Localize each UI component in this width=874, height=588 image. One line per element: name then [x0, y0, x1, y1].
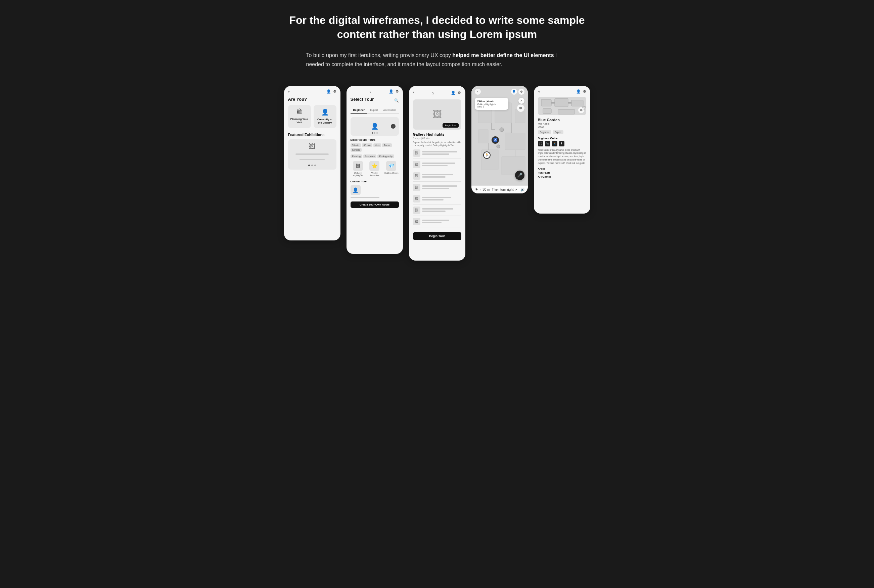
tag-photography[interactable]: Photography	[378, 154, 394, 158]
artwork-thumb-4: 🖼	[413, 184, 420, 191]
artwork-list-item-7[interactable]: 🖼	[413, 218, 461, 227]
info-guide-icon[interactable]: ℹ	[559, 141, 564, 146]
tag-kids[interactable]: Kids	[373, 143, 381, 147]
artwork-thumb-6: 🖼	[413, 207, 420, 214]
back-icon-p4[interactable]: ‹	[475, 88, 481, 95]
artwork-thumb-3: 🖼	[413, 172, 420, 180]
tag-painting[interactable]: Painting	[351, 154, 362, 158]
tour-item-visitor[interactable]: ⭐ Visitor Favorites	[367, 161, 382, 177]
currently-gallery-label: Currently at the Gallery	[316, 118, 334, 125]
artwork-info-4	[422, 184, 461, 190]
subtitle-bold: helped me better define the UI elements	[452, 52, 554, 58]
artwork-title: Blue Garden	[538, 118, 586, 122]
artist-link[interactable]: Artist	[538, 167, 586, 170]
phone1-cards: 🏛 Planning Your Visit 👤 Currently at the…	[288, 105, 336, 128]
artwork-list-item-4[interactable]: 🖼	[413, 184, 461, 193]
svg-rect-3	[478, 130, 488, 143]
ar-guide-icon[interactable]: 📱	[552, 141, 558, 146]
artwork-author: Mia Keselj	[538, 122, 586, 125]
tour-detail-title: Gallery Highlights	[413, 132, 461, 136]
zoom-button[interactable]: ⊕	[517, 104, 525, 112]
guide-label: Beginner Guide	[538, 136, 586, 140]
volume-icon[interactable]: 🔊	[520, 188, 525, 191]
begin-tour-hero-btn[interactable]: Begin Tour	[442, 123, 458, 128]
svg-rect-9	[541, 99, 551, 106]
tag-seniors[interactable]: Seniors	[351, 148, 362, 152]
home-icon: ⌂	[288, 89, 291, 94]
phone2-topbar: ⌂ 👤 ⚙	[351, 89, 399, 94]
phone1-topbar-icons: 👤 ⚙	[326, 89, 336, 94]
phone3-inner: ‹ ⌂ 👤 ⚙ 🖼 Begin Tour Gallery Highlights …	[409, 86, 465, 243]
person-icon-p2: 👤	[389, 89, 394, 94]
select-tour-toprow: Select Tour 🔍	[351, 97, 399, 104]
search-icon-p2[interactable]: 🔍	[394, 98, 399, 103]
phone4-top-icons: 👤 ⚙	[511, 88, 525, 95]
hero-artwork-icon: 🖼	[432, 109, 442, 120]
tour-tags-2: Painting Sculpture Photography	[351, 154, 399, 158]
custom-tour-section: 👤 Create Your Own Route	[351, 185, 399, 208]
microphone-button[interactable]: 🎤	[515, 171, 525, 180]
phone1-frame: ⌂ 👤 ⚙ Are You? 🏛 Planning Your Visit 👤 C…	[284, 86, 340, 240]
artwork-list-item-2[interactable]: 🖼	[413, 161, 461, 170]
create-route-button[interactable]: Create Your Own Route	[351, 201, 399, 208]
artwork-info-2	[422, 162, 461, 167]
settings-icon-p3: ⚙	[458, 91, 461, 95]
tag-teens[interactable]: Teens	[382, 143, 392, 147]
back-icon-p3[interactable]: ‹	[413, 89, 415, 95]
home-icon-p2: ⌂	[368, 89, 371, 94]
ar-games-link[interactable]: AR Games	[538, 175, 586, 178]
close-info-card-button[interactable]: ×	[519, 98, 525, 104]
favorite-heart-button[interactable]: ♡	[582, 105, 586, 111]
phone1-topbar: ⌂ 👤 ⚙	[288, 89, 336, 94]
dot-1	[308, 165, 310, 166]
fun-facts-link[interactable]: Fun Facts	[538, 171, 586, 174]
accessible-icon: ♿	[492, 136, 499, 144]
select-tour-title: Select Tour	[351, 97, 374, 102]
tour-tabs: Beginner Expert Accessible	[351, 107, 399, 114]
dot-3	[314, 165, 316, 166]
hidden-gems-icon: 💎	[386, 161, 396, 171]
tag-expert[interactable]: Expert	[553, 130, 564, 134]
custom-tour-icon: 👤	[351, 185, 361, 195]
person-icon-p4: 👤	[511, 88, 517, 95]
artwork-info-3	[422, 173, 461, 178]
artwork-list-item-3[interactable]: 🖼	[413, 172, 461, 182]
artwork-list-item-6[interactable]: 🖼	[413, 207, 461, 216]
tour-item-hidden[interactable]: 💎 Hidden Gems	[384, 161, 399, 177]
phones-row: ⌂ 👤 ⚙ Are You? 🏛 Planning Your Visit 👤 C…	[20, 86, 854, 261]
artwork-list-item[interactable]: 🖼	[413, 149, 461, 159]
home-icon-p3: ⌂	[432, 91, 434, 95]
tag-beginner[interactable]: Beginner	[538, 130, 551, 134]
tour-detail-desc: Explore the best of the gallery's art co…	[413, 141, 461, 147]
runner-marker: 🏃	[483, 152, 490, 159]
settings-icon-p5: ⚙	[583, 89, 586, 94]
runner-icon: 🏃	[483, 152, 490, 159]
svg-rect-12	[543, 108, 551, 114]
tour-item-gallery[interactable]: 🖼 Gallery Highlights	[351, 161, 366, 177]
video-guide-icon[interactable]: 📷	[545, 141, 550, 146]
featured-exhibitions-box: 🖼	[288, 140, 336, 170]
tag-60min[interactable]: 60 min	[362, 143, 372, 147]
tag-30min[interactable]: 30 min	[351, 143, 361, 147]
artwork-thumb-7: 🖼	[413, 218, 420, 225]
tab-accessible[interactable]: Accessible	[381, 107, 399, 114]
tag-sculpture[interactable]: Sculpture	[363, 154, 377, 158]
nav-direction: Then turn right ↗	[492, 188, 517, 191]
tab-expert[interactable]: Expert	[367, 107, 381, 114]
carousel-dots	[308, 165, 316, 166]
header-section: For the digital wireframes, I decided to…	[286, 14, 588, 69]
visitor-favorites-label: Visitor Favorites	[367, 172, 382, 177]
artwork-description: "Blue Garden" is a dynamic piece of art …	[538, 148, 586, 165]
artwork-year: 2022	[538, 125, 586, 128]
dot-2	[311, 165, 313, 166]
planning-visit-card[interactable]: 🏛 Planning Your Visit	[288, 105, 311, 128]
tour-preview-card: 👤 ›	[351, 117, 399, 136]
artwork-list-item-5[interactable]: 🖼	[413, 195, 461, 204]
phone5-topbar: ⌂ 👤 ⚙	[538, 89, 586, 94]
tab-beginner[interactable]: Beginner	[351, 107, 368, 114]
accessibility-marker: ♿	[492, 136, 499, 144]
audio-guide-icon[interactable]: 🎧	[538, 141, 543, 146]
begin-tour-bottom-btn[interactable]: Begin Tour	[413, 232, 461, 240]
featured-img-icon: 🖼	[309, 143, 316, 150]
currently-gallery-card[interactable]: 👤 Currently at the Gallery	[313, 105, 336, 128]
